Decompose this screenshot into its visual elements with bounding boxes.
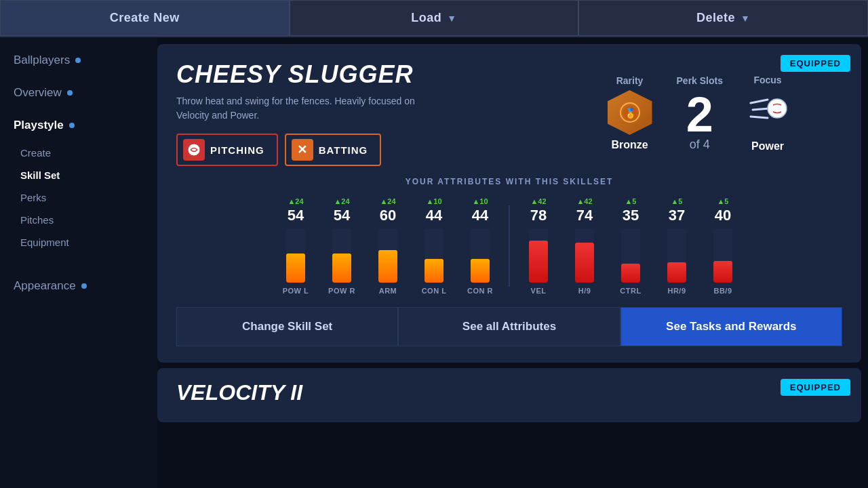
attr-col-arm: ▲2460ARM [365, 197, 411, 295]
delete-button[interactable]: Delete ▼ [578, 0, 868, 36]
pitching-tag[interactable]: PITCHING [176, 134, 278, 166]
attributes-section: YOUR ATTRIBUTES WITH THIS SKILLSET ▲2454… [176, 166, 842, 295]
sidebar-item-overview[interactable]: Overview [0, 77, 157, 109]
ballplayers-dot [75, 58, 81, 63]
content-panel: EQUIPPED CHEESY SLUGGER Throw heat and s… [157, 37, 868, 488]
attr-value-bb9: 40 [715, 207, 731, 224]
attr-value-vel: 78 [530, 207, 547, 224]
sidebar-subitem-skillset[interactable]: Skill Set [0, 164, 157, 186]
attr-boost-bb9: ▲5 [717, 197, 728, 205]
card-left: CHEESY SLUGGER Throw heat and swing for … [176, 60, 587, 166]
bronze-hex-icon: 🏅 [608, 90, 652, 135]
attr-boost-pow l: ▲24 [288, 197, 303, 205]
playstyle-dot [69, 123, 75, 128]
attr-boost-pow r: ▲24 [334, 197, 349, 205]
card-right: Rarity 🏅 Bronze Perk Slots [608, 60, 842, 166]
bottom-card: EQUIPPED VELOCITY II [157, 368, 861, 422]
sidebar: Ballplayers Overview Playstyle Create Sk… [0, 37, 157, 488]
see-tasks-rewards-button[interactable]: See Tasks and Rewards [620, 307, 842, 346]
sidebar-item-playstyle[interactable]: Playstyle [0, 109, 157, 142]
sidebar-subitem-equipment[interactable]: Equipment [0, 231, 157, 253]
attr-boost-arm: ▲24 [380, 197, 395, 205]
main-card: EQUIPPED CHEESY SLUGGER Throw heat and s… [157, 44, 861, 363]
skillset-label: Skill Set [20, 169, 60, 181]
attr-bar-pow l [286, 253, 305, 283]
attr-value-arm: 60 [380, 207, 396, 224]
attr-bar-con r [471, 259, 490, 283]
attr-name-vel: VEL [531, 287, 547, 295]
perk-slots-label: Perk Slots [677, 75, 723, 86]
playstyle-tags: PITCHING ✕ BATTING [176, 134, 587, 166]
create-new-button[interactable]: Create New [0, 0, 290, 36]
focus-block: Focus Power [747, 75, 788, 152]
attr-bar-hr9 [667, 262, 686, 283]
attr-bar-con l [425, 259, 443, 283]
attr-bar-container-bb9 [713, 228, 732, 283]
rarity-label: Rarity [616, 75, 644, 86]
sidebar-item-appearance[interactable]: Appearance [0, 270, 157, 302]
svg-point-7 [768, 99, 787, 118]
perks-label: Perks [20, 192, 46, 203]
bottom-equipped-badge: EQUIPPED [781, 379, 850, 396]
create-new-label: Create New [110, 11, 180, 25]
attr-bar-container-vel [529, 228, 548, 283]
attr-bar-container-con r [471, 228, 490, 283]
attr-bar-container-pow r [332, 228, 351, 283]
perk-slots-of: of 4 [690, 138, 710, 152]
attr-value-con l: 44 [426, 207, 442, 224]
rarity-value: Bronze [611, 139, 648, 151]
attr-boost-con r: ▲10 [472, 197, 488, 205]
svg-text:🏅: 🏅 [624, 108, 636, 119]
load-dropdown-arrow: ▼ [447, 13, 456, 24]
attr-col-hr9: ▲537HR/9 [654, 197, 700, 295]
card-description: Throw heat and swing for the fences. Hea… [176, 94, 448, 123]
playstyle-label: Playstyle [14, 119, 64, 132]
see-all-attributes-button[interactable]: See all Attributes [398, 307, 620, 346]
load-label: Load [411, 11, 441, 25]
batting-tag[interactable]: ✕ BATTING [285, 134, 382, 166]
appearance-label: Appearance [14, 279, 76, 293]
sidebar-subitem-create[interactable]: Create [0, 142, 157, 164]
attr-bar-h9 [575, 243, 594, 283]
attr-name-pow r: POW R [328, 287, 355, 295]
load-button[interactable]: Load ▼ [290, 0, 579, 36]
main-area: Ballplayers Overview Playstyle Create Sk… [0, 37, 868, 488]
overview-label: Overview [14, 86, 62, 100]
perk-slots-number: 2 [686, 90, 713, 139]
attr-col-con r: ▲1044CON R [457, 197, 503, 295]
perk-slots-block: Perk Slots 2 of 4 [677, 75, 723, 152]
svg-line-5 [753, 108, 770, 110]
attr-name-con r: CON R [467, 287, 493, 295]
pitching-icon [183, 139, 205, 161]
batting-icon: ✕ [292, 139, 313, 161]
attr-name-arm: ARM [379, 287, 397, 295]
pitches-label: Pitches [20, 214, 54, 226]
appearance-dot [81, 283, 87, 289]
attr-boost-ctrl: ▲5 [625, 197, 636, 205]
attr-col-vel: ▲4278VEL [515, 197, 561, 295]
attr-col-con l: ▲1044CON L [411, 197, 457, 295]
delete-dropdown-arrow: ▼ [741, 13, 750, 24]
attributes-bars: ▲2454POW L▲2454POW R▲2460ARM▲1044CON L▲1… [176, 197, 842, 295]
attr-value-ctrl: 35 [623, 207, 639, 224]
focus-label: Focus [753, 75, 781, 85]
sidebar-subitem-perks[interactable]: Perks [0, 186, 157, 209]
attr-col-h9: ▲4274H/9 [561, 197, 608, 295]
focus-value: Power [751, 140, 784, 152]
attr-bar-container-pow l [286, 228, 305, 283]
change-skillset-button[interactable]: Change Skill Set [176, 307, 398, 346]
sidebar-item-ballplayers[interactable]: Ballplayers [0, 44, 157, 77]
attr-bar-container-hr9 [667, 228, 686, 283]
svg-line-4 [751, 100, 768, 103]
sidebar-subitem-pitches[interactable]: Pitches [0, 209, 157, 231]
attr-value-pow l: 54 [288, 207, 304, 224]
ballplayers-label: Ballplayers [14, 54, 70, 67]
attr-name-bb9: BB/9 [713, 287, 732, 295]
batting-label: BATTING [319, 144, 368, 156]
attr-bar-ctrl [621, 264, 640, 283]
attr-boost-vel: ▲42 [530, 197, 546, 205]
rarity-block: Rarity 🏅 Bronze [608, 75, 652, 151]
attr-name-hr9: HR/9 [667, 287, 686, 295]
attr-boost-con l: ▲10 [426, 197, 441, 205]
attr-boost-h9: ▲42 [576, 197, 592, 205]
